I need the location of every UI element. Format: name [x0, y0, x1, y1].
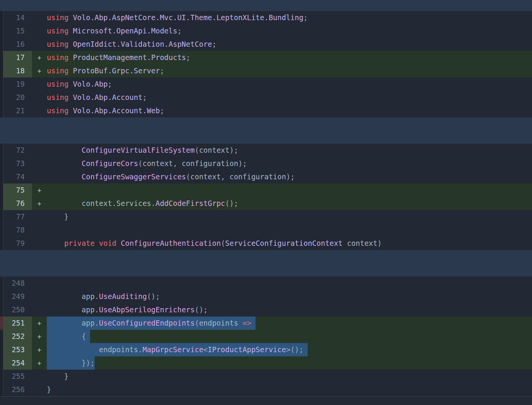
diff-line-20[interactable]: 20using Volo.Abp.Account; — [0, 91, 532, 104]
line-number[interactable]: 18 — [3, 64, 32, 78]
marker-column — [32, 303, 47, 316]
code-text[interactable]: ConfigureCors(context, configuration); — [47, 157, 247, 170]
marker-column — [32, 223, 47, 237]
token-ns: IProductAppService — [208, 345, 286, 354]
diff-line-77[interactable]: 77 } — [0, 210, 532, 223]
token-ns: Volo.Abp — [73, 80, 108, 88]
line-number[interactable]: 20 — [3, 91, 32, 104]
line-number[interactable]: 77 — [3, 210, 32, 223]
token-fn: AddCodeFirstGrpc — [156, 199, 225, 207]
added-line-marker: + — [32, 343, 47, 356]
code-text[interactable]: using ProductManagement.Products; — [47, 51, 191, 64]
code-text[interactable]: app.UseAuditing(); — [47, 290, 160, 303]
line-number[interactable]: 16 — [3, 38, 32, 51]
diff-line-72[interactable]: 72 ConfigureVirtualFileSystem(context); — [0, 144, 532, 157]
token-p: ( — [138, 159, 142, 168]
diff-line-15[interactable]: 15using Microsoft.OpenApi.Models; — [0, 24, 532, 38]
line-number[interactable]: 254 — [3, 356, 32, 370]
line-number[interactable]: 75 — [3, 184, 32, 197]
line-number[interactable]: 248 — [3, 277, 32, 290]
diff-line-76[interactable]: 76+ context.Services.AddCodeFirstGrpc(); — [0, 197, 532, 210]
line-number[interactable]: 21 — [3, 104, 32, 117]
marker-column — [32, 144, 47, 157]
diff-line-14[interactable]: 14using Volo.Abp.AspNetCore.Mvc.UI.Theme… — [0, 11, 532, 24]
marker-column — [32, 290, 47, 303]
diff-line-250[interactable]: 250 app.UseAbpSerilogEnrichers(); — [0, 303, 532, 316]
code-text[interactable]: { — [47, 330, 86, 343]
line-number[interactable]: 19 — [3, 78, 32, 91]
code-text[interactable]: } — [47, 383, 51, 396]
line-number[interactable]: 79 — [3, 237, 32, 250]
code-text[interactable]: using Microsoft.OpenApi.Models; — [47, 24, 182, 38]
diff-line-73[interactable]: 73 ConfigureCors(context, configuration)… — [0, 157, 532, 170]
code-text[interactable]: context.Services.AddCodeFirstGrpc(); — [47, 197, 238, 210]
token-kw: using — [47, 53, 73, 62]
line-number[interactable]: 15 — [3, 24, 32, 38]
token-p: < — [203, 345, 208, 354]
hunk-separator[interactable] — [0, 117, 532, 144]
line-number[interactable]: 76 — [3, 197, 32, 210]
marker-column — [32, 170, 47, 184]
diff-line-78[interactable]: 78 — [0, 223, 532, 237]
line-number[interactable]: 256 — [3, 383, 32, 396]
token-p: } — [47, 385, 51, 394]
code-text[interactable]: app.UseAbpSerilogEnrichers(); — [47, 303, 208, 316]
line-number[interactable]: 253 — [3, 343, 32, 356]
line-number[interactable]: 249 — [3, 290, 32, 303]
line-number[interactable]: 14 — [3, 11, 32, 24]
code-text[interactable]: using Volo.Abp; — [47, 78, 112, 91]
diff-line-251[interactable]: 251+ app.UseConfiguredEndpoints(endpoint… — [0, 316, 532, 330]
code-text[interactable]: ConfigureSwaggerServices(context, config… — [47, 170, 295, 184]
token-v: configuration — [182, 159, 238, 168]
diff-line-252[interactable]: 252+ { — [0, 330, 532, 343]
marker-column — [32, 237, 47, 250]
line-number[interactable]: 72 — [3, 144, 32, 157]
code-text[interactable]: using OpenIddict.Validation.AspNetCore; — [47, 38, 216, 51]
line-number[interactable]: 251 — [3, 316, 32, 330]
diff-line-21[interactable]: 21using Volo.Abp.Account.Web; — [0, 104, 532, 117]
line-number[interactable]: 255 — [3, 370, 32, 383]
token-p: ) — [377, 239, 381, 247]
token-fn: ConfigureAuthentication — [121, 239, 221, 247]
diff-line-248[interactable]: 248 — [0, 277, 532, 290]
code-text[interactable]: using Volo.Abp.Account; — [47, 91, 147, 104]
added-line-marker: + — [32, 197, 47, 210]
code-text[interactable]: ConfigureVirtualFileSystem(context); — [47, 144, 238, 157]
line-number[interactable]: 74 — [3, 170, 32, 184]
diff-line-256[interactable]: 256} — [0, 383, 532, 396]
diff-line-75[interactable]: 75+ — [0, 184, 532, 197]
diff-line-255[interactable]: 255 } — [0, 370, 532, 383]
code-text[interactable]: private void ConfigureAuthentication(Ser… — [47, 237, 382, 250]
code-text[interactable]: }); — [47, 356, 95, 370]
line-number[interactable]: 73 — [3, 157, 32, 170]
token-v — [116, 239, 121, 247]
diff-line-16[interactable]: 16using OpenIddict.Validation.AspNetCore… — [0, 38, 532, 51]
token-p: ); — [286, 172, 295, 181]
line-number[interactable]: 17 — [3, 51, 32, 64]
diff-line-249[interactable]: 249 app.UseAuditing(); — [0, 290, 532, 303]
token-v: endpoints — [199, 319, 242, 327]
marker-column — [32, 104, 47, 117]
code-text[interactable]: endpoints.MapGrpcService<IProductAppServ… — [47, 343, 303, 356]
code-text[interactable]: app.UseConfiguredEndpoints(endpoints => — [47, 316, 251, 330]
token-kw: using — [47, 13, 73, 22]
line-number[interactable]: 252 — [3, 330, 32, 343]
diff-line-18[interactable]: 18+using ProtoBuf.Grpc.Server; — [0, 64, 532, 78]
diff-line-74[interactable]: 74 ConfigureSwaggerServices(context, con… — [0, 170, 532, 184]
line-number[interactable]: 78 — [3, 223, 32, 237]
diff-line-19[interactable]: 19using Volo.Abp; — [0, 78, 532, 91]
code-text[interactable]: using ProtoBuf.Grpc.Server; — [47, 64, 164, 78]
added-line-marker: + — [32, 330, 47, 343]
diff-line-17[interactable]: 17+using ProductManagement.Products; — [0, 51, 532, 64]
hunk-separator[interactable] — [0, 250, 532, 277]
code-text[interactable]: using Volo.Abp.Account.Web; — [47, 104, 164, 117]
code-text[interactable]: } — [47, 370, 68, 383]
diff-line-253[interactable]: 253+ endpoints.MapGrpcService<IProductAp… — [0, 343, 532, 356]
diff-line-79[interactable]: 79 private void ConfigureAuthentication(… — [0, 237, 532, 250]
line-number[interactable]: 250 — [3, 303, 32, 316]
added-line-marker: + — [32, 316, 47, 330]
code-text[interactable]: } — [47, 210, 68, 223]
code-text[interactable]: using Volo.Abp.AspNetCore.Mvc.UI.Theme.L… — [47, 11, 308, 24]
hunk-separator-top — [0, 0, 532, 11]
diff-line-254[interactable]: 254+ }); — [0, 356, 532, 370]
